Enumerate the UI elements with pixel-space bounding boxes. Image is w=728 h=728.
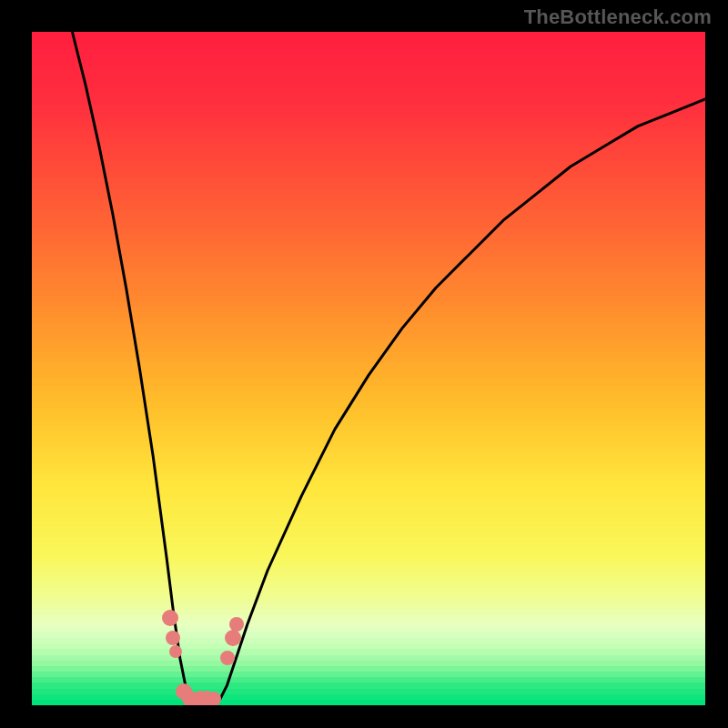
curve-marker [220,651,235,665]
curve-markers [32,32,705,705]
curve-marker [229,617,244,632]
watermark-text: TheBottleneck.com [524,5,712,29]
curve-marker [207,692,221,705]
curve-marker [169,645,182,658]
curve-marker [162,610,178,626]
curve-marker [166,631,180,645]
chart-frame: TheBottleneck.com [0,0,728,728]
plot-area [32,32,705,705]
curve-marker [225,630,241,646]
